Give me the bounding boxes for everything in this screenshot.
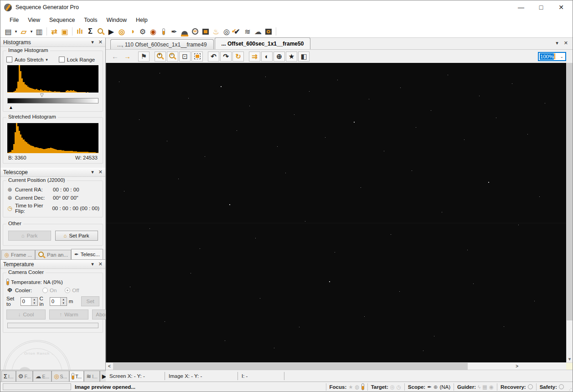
- tab-image-history[interactable]: ≋I...: [84, 371, 100, 382]
- maximize-button[interactable]: □: [537, 4, 545, 11]
- flip-flat-button[interactable]: ♨: [211, 26, 221, 36]
- resize-grip[interactable]: [567, 382, 573, 392]
- mark-bad-button[interactable]: ⚑: [138, 52, 150, 62]
- focuser-button[interactable]: ◉: [148, 26, 158, 36]
- document-tab-1[interactable]: ..., 110 Ofset_600sec_1x1__frame49: [110, 39, 214, 49]
- rotate-cw-button[interactable]: ↷: [220, 52, 232, 62]
- set-park-button[interactable]: ⌂ Set Park: [55, 231, 98, 241]
- zoom-in-button[interactable]: +: [155, 52, 166, 62]
- new-sequence-dropdown[interactable]: ▾: [14, 26, 18, 36]
- scroll-down-arrow[interactable]: ▼: [567, 356, 573, 362]
- document-tab-2[interactable]: ... Offset_600sec_1x1__frame50: [215, 37, 311, 49]
- cooler-on-radio[interactable]: [42, 288, 48, 293]
- image-history-button[interactable]: ≋: [243, 26, 253, 36]
- tab-temperature[interactable]: T...: [69, 371, 84, 382]
- tab-pan-and-zoom[interactable]: Pan an...: [35, 250, 71, 259]
- tab-close-icon[interactable]: ✕: [564, 40, 568, 46]
- auto-stretch-button[interactable]: ⇉: [249, 52, 260, 62]
- plate-solve-button[interactable]: ✔: [232, 26, 242, 36]
- telescope-collapse-icon[interactable]: ▾: [91, 169, 94, 175]
- nav-forward-button-icon: →: [124, 52, 131, 60]
- menu-sequence[interactable]: Sequence: [45, 15, 79, 25]
- stretched-histogram-chart: [7, 123, 98, 153]
- filter-wheel-button[interactable]: ◑: [127, 26, 137, 36]
- minimize-button[interactable]: —: [517, 4, 525, 11]
- chevron-down-icon[interactable]: ⌄: [560, 54, 563, 59]
- set-button[interactable]: Set: [81, 296, 99, 306]
- set-temperature-stepper[interactable]: 0 ▲▼: [21, 297, 38, 306]
- weather-button[interactable]: ☁: [253, 26, 263, 36]
- open-sequence-dropdown[interactable]: ▾: [29, 26, 34, 36]
- zoom-fit-button[interactable]: ⊡: [179, 52, 191, 62]
- scroll-left-arrow[interactable]: <: [106, 363, 113, 370]
- menu-help[interactable]: Help: [131, 15, 152, 25]
- tab-image-statistics[interactable]: ΣI...: [1, 371, 16, 382]
- histogram-gradient-bar[interactable]: [7, 98, 98, 103]
- vertical-scrollbar[interactable]: ▼: [566, 63, 573, 362]
- park-button[interactable]: ⌂ Park: [8, 231, 51, 241]
- cooler-off-radio[interactable]: [65, 288, 70, 293]
- tab-telescope[interactable]: ✒Telesc...: [71, 249, 103, 259]
- close-button[interactable]: ✕: [557, 4, 565, 11]
- tab-environment[interactable]: ☁E...: [33, 371, 52, 382]
- run-sequence-button[interactable]: ▶: [106, 26, 116, 36]
- menu-view[interactable]: View: [23, 15, 45, 25]
- tab-list-dropdown-icon[interactable]: ▾: [556, 40, 558, 46]
- reticle-button[interactable]: ⊕: [274, 52, 285, 62]
- contrast-button[interactable]: ◐: [261, 52, 273, 62]
- new-sequence-button[interactable]: ▤: [3, 26, 13, 36]
- settings-button[interactable]: ⚙: [138, 26, 148, 36]
- refresh-button[interactable]: ↻: [232, 52, 244, 62]
- star-point: [364, 316, 365, 317]
- zoom-out-button[interactable]: −: [167, 52, 178, 62]
- lock-range-checkbox[interactable]: [59, 57, 65, 62]
- tab-filters[interactable]: ⚙F...: [16, 371, 33, 382]
- rotate-ccw-button[interactable]: ↶: [208, 52, 219, 62]
- zoom-level-combo[interactable]: 100%⌄: [538, 52, 566, 61]
- menu-tools[interactable]: Tools: [79, 15, 102, 25]
- sequencer-button[interactable]: ⇄: [49, 26, 59, 36]
- camera-button[interactable]: ◎: [117, 26, 127, 36]
- nav-back-button[interactable]: ←: [109, 52, 121, 62]
- dome-button[interactable]: [180, 26, 190, 36]
- flashlight-button[interactable]: ✒: [169, 26, 179, 36]
- cooler-on-label: On: [50, 288, 57, 293]
- histograms-collapse-icon[interactable]: ▾: [91, 39, 94, 45]
- telescope-close-icon[interactable]: ✕: [98, 169, 103, 175]
- observatory-button[interactable]: W: [190, 26, 200, 36]
- auto-stretch-checkbox[interactable]: [6, 57, 12, 62]
- slider-top-marker[interactable]: ▽: [40, 93, 44, 98]
- auto-guide-button[interactable]: [263, 26, 274, 36]
- slider-bottom-marker[interactable]: ▲: [9, 105, 13, 110]
- duration-stepper[interactable]: 0 ▲▼: [50, 297, 67, 306]
- histograms-close-icon[interactable]: ✕: [98, 39, 103, 45]
- image-history-button-icon: ≋: [244, 27, 250, 36]
- horizontal-scrollbar-thumb[interactable]: [113, 363, 468, 370]
- menu-window[interactable]: Window: [102, 15, 131, 25]
- center-target-button[interactable]: ◎: [222, 26, 232, 36]
- image-statistics-button[interactable]: Σ: [85, 26, 95, 36]
- panel-toggle-button[interactable]: ◧: [298, 52, 310, 62]
- star-mark-button[interactable]: ★: [286, 52, 297, 62]
- image-histogram-button[interactable]: ılı: [75, 26, 85, 36]
- flat-panel-button[interactable]: [201, 26, 211, 36]
- selection-button[interactable]: [191, 52, 203, 62]
- warm-button[interactable]: ↑ Warm: [49, 309, 88, 320]
- cool-button[interactable]: ↓ Cool: [6, 309, 46, 320]
- menu-file[interactable]: File: [5, 15, 23, 25]
- temperature-button[interactable]: [159, 26, 169, 36]
- vertical-scrollbar-thumb[interactable]: [567, 63, 573, 320]
- scroll-right-arrow[interactable]: >: [513, 363, 521, 370]
- temperature-close-icon[interactable]: ✕: [98, 261, 103, 267]
- save-sequence-button[interactable]: ▥: [34, 26, 44, 36]
- tab-sequence-target[interactable]: ◎S...: [52, 371, 69, 382]
- temperature-collapse-icon[interactable]: ▾: [91, 261, 94, 267]
- find-target-button[interactable]: [96, 26, 106, 36]
- open-sequence-button[interactable]: ▱: [19, 26, 29, 36]
- auto-stretch-dropdown-icon[interactable]: ▾: [46, 57, 48, 62]
- image-canvas[interactable]: [106, 63, 566, 362]
- tab-frame-and-focus[interactable]: ◎Frame ...: [1, 250, 35, 259]
- horizontal-scrollbar[interactable]: < >: [106, 362, 573, 370]
- control-panel-button[interactable]: ▣: [60, 26, 70, 36]
- nav-forward-button[interactable]: →: [122, 52, 133, 62]
